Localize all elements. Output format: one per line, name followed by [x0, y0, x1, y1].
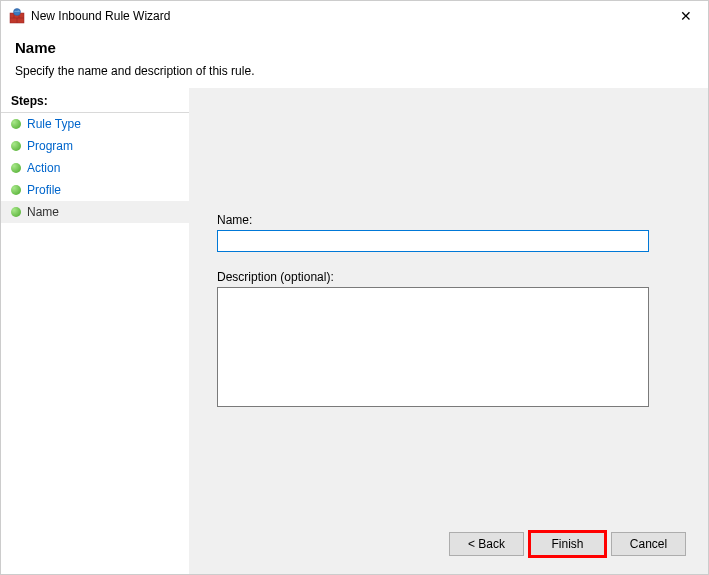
wizard-header: Name Specify the name and description of… — [1, 31, 708, 88]
description-input[interactable] — [217, 287, 649, 407]
page-title: Name — [15, 39, 694, 56]
step-bullet-icon — [11, 207, 21, 217]
description-label: Description (optional): — [217, 270, 680, 284]
step-item-rule-type[interactable]: Rule Type — [1, 113, 189, 135]
button-row: < Back Finish Cancel — [449, 532, 686, 556]
firewall-icon — [9, 8, 25, 24]
cancel-button[interactable]: Cancel — [611, 532, 686, 556]
name-label: Name: — [217, 213, 680, 227]
step-bullet-icon — [11, 141, 21, 151]
step-item-profile[interactable]: Profile — [1, 179, 189, 201]
wizard-body: Steps: Rule Type Program Action Profile … — [1, 88, 708, 575]
back-button[interactable]: < Back — [449, 532, 524, 556]
description-group: Description (optional): — [217, 270, 680, 407]
page-description: Specify the name and description of this… — [15, 64, 694, 78]
step-label: Profile — [27, 183, 61, 197]
titlebar: New Inbound Rule Wizard ✕ — [1, 1, 708, 31]
step-bullet-icon — [11, 163, 21, 173]
finish-button[interactable]: Finish — [530, 532, 605, 556]
step-bullet-icon — [11, 119, 21, 129]
step-bullet-icon — [11, 185, 21, 195]
close-icon[interactable]: ✕ — [672, 5, 700, 27]
name-input[interactable] — [217, 230, 649, 252]
step-item-action[interactable]: Action — [1, 157, 189, 179]
step-label: Program — [27, 139, 73, 153]
steps-panel: Steps: Rule Type Program Action Profile … — [1, 88, 189, 575]
window-title: New Inbound Rule Wizard — [31, 9, 672, 23]
step-label: Action — [27, 161, 60, 175]
step-label: Name — [27, 205, 59, 219]
steps-header: Steps: — [1, 88, 189, 113]
step-item-program[interactable]: Program — [1, 135, 189, 157]
name-group: Name: — [217, 213, 680, 252]
content-panel: Name: Description (optional): < Back Fin… — [189, 88, 708, 575]
step-item-name[interactable]: Name — [1, 201, 189, 223]
step-label: Rule Type — [27, 117, 81, 131]
